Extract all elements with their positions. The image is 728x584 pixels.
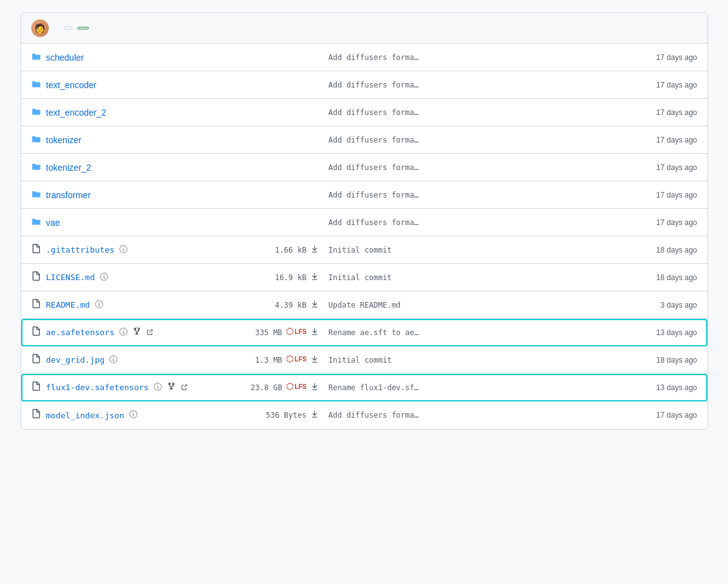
table-row: model_index.json 536 Bytes Add diffusers… <box>21 401 707 429</box>
commit-message-col[interactable]: Rename ae.sft to ae… <box>319 328 629 337</box>
branch-icon[interactable] <box>167 382 176 393</box>
table-row: transformerAdd diffusers forma…17 days a… <box>21 181 707 209</box>
file-name-link[interactable]: .gitattributes <box>46 245 115 254</box>
file-icon <box>31 299 41 311</box>
file-name-link[interactable]: flux1-dev.safetensors <box>46 383 149 392</box>
file-name-col: flux1-dev.safetensors <box>31 381 244 394</box>
commit-message-col[interactable]: Rename flux1-dev.sf… <box>319 383 629 392</box>
file-time: 17 days ago <box>629 411 697 420</box>
file-size-col: 1.66 kB <box>244 245 319 255</box>
file-icon <box>31 271 41 284</box>
file-size-col: 1.3 MB LFS <box>244 355 319 365</box>
file-time: 13 days ago <box>629 328 697 337</box>
folder-icon <box>31 189 41 201</box>
file-name-link[interactable]: tokenizer_2 <box>46 163 91 173</box>
download-icon[interactable] <box>311 300 319 310</box>
file-name-link[interactable]: scheduler <box>46 53 84 63</box>
file-name-col: scheduler <box>31 51 244 64</box>
table-row: tokenizerAdd diffusers forma…17 days ago <box>21 126 707 154</box>
table-row: vaeAdd diffusers forma…17 days ago <box>21 209 707 236</box>
lfs-badge: LFS <box>286 355 307 365</box>
file-name-link[interactable]: text_encoder_2 <box>46 108 107 118</box>
commit-header: 🧑 <box>21 13 707 44</box>
file-size-col: 4.39 kB <box>244 300 319 310</box>
table-row: README.md 4.39 kB Update README.md3 days… <box>21 291 707 319</box>
commit-message-col[interactable]: Initial commit <box>319 273 629 282</box>
file-name-link[interactable]: README.md <box>46 300 90 310</box>
file-size-col: 23.8 GB LFS <box>244 383 319 393</box>
file-name-col: tokenizer_2 <box>31 161 244 174</box>
file-name-col: README.md <box>31 299 244 311</box>
download-icon[interactable] <box>311 383 319 393</box>
table-row: flux1-dev.safetensors 23.8 GB LFS Rename… <box>21 374 707 401</box>
download-icon[interactable] <box>311 410 319 420</box>
file-name-link[interactable]: ae.safetensors <box>46 328 115 337</box>
file-name-col: text_encoder_2 <box>31 106 244 119</box>
file-name-col: LICENSE.md <box>31 271 244 284</box>
commit-message-col[interactable]: Add diffusers forma… <box>319 191 629 199</box>
file-name-col: model_index.json <box>31 409 244 421</box>
repo-file-browser: 🧑 schedulerAdd diffusers forma…17 days a… <box>21 13 708 430</box>
file-size: 536 Bytes <box>266 411 306 420</box>
commit-message-col[interactable]: Add diffusers forma… <box>319 218 629 227</box>
download-icon[interactable] <box>311 245 319 255</box>
commit-message-col[interactable]: Add diffusers forma… <box>319 163 629 172</box>
commit-hash[interactable] <box>64 26 72 30</box>
file-time: 17 days ago <box>629 218 697 227</box>
file-name-col: .gitattributes <box>31 244 244 256</box>
verified-badge <box>77 27 89 29</box>
file-size-col: 16.9 kB <box>244 273 319 283</box>
file-name-link[interactable]: vae <box>46 218 61 228</box>
file-time: 17 days ago <box>629 53 697 62</box>
file-name-link[interactable]: text_encoder <box>46 80 97 90</box>
branch-icon[interactable] <box>132 327 141 338</box>
file-time: 18 days ago <box>629 273 697 282</box>
folder-icon <box>31 51 41 64</box>
commit-message-col[interactable]: Add diffusers forma… <box>319 136 629 144</box>
lfs-badge: LFS <box>286 383 307 390</box>
commit-message-col[interactable]: Initial commit <box>319 246 629 254</box>
commit-message-col[interactable]: Add diffusers forma… <box>319 411 629 420</box>
file-size: 4.39 kB <box>275 301 307 310</box>
folder-icon <box>31 216 41 229</box>
lfs-badge: LFS <box>286 355 307 363</box>
file-info-icon <box>119 244 127 256</box>
download-icon[interactable] <box>311 328 319 338</box>
avatar: 🧑 <box>31 19 49 37</box>
external-link-icon[interactable] <box>181 382 187 393</box>
commit-message-col[interactable]: Add diffusers forma… <box>319 81 629 89</box>
file-time: 3 days ago <box>629 301 697 310</box>
file-icon <box>31 354 41 366</box>
file-info-icon <box>109 355 117 366</box>
file-name-link[interactable]: dev_grid.jpg <box>46 355 105 365</box>
file-size-col: 536 Bytes <box>244 410 319 420</box>
file-time: 18 days ago <box>629 356 697 365</box>
file-info-icon <box>154 382 162 393</box>
folder-icon <box>31 106 41 119</box>
download-icon[interactable] <box>311 355 319 365</box>
file-name-col: transformer <box>31 189 244 201</box>
file-name-link[interactable]: transformer <box>46 190 91 200</box>
commit-message-col[interactable]: Add diffusers forma… <box>319 108 629 117</box>
file-icon <box>31 244 41 256</box>
download-icon[interactable] <box>311 273 319 283</box>
file-icon <box>31 409 41 421</box>
commit-message-col[interactable]: Add diffusers forma… <box>319 53 629 62</box>
folder-icon <box>31 134 41 146</box>
commit-message-col[interactable]: Update README.md <box>319 301 629 310</box>
file-name-link[interactable]: LICENSE.md <box>46 273 95 282</box>
file-name-link[interactable]: tokenizer <box>46 135 82 145</box>
file-icon <box>31 326 41 339</box>
file-time: 18 days ago <box>629 246 697 254</box>
file-time: 17 days ago <box>629 191 697 199</box>
file-time: 17 days ago <box>629 108 697 117</box>
table-row: .gitattributes 1.66 kB Initial commit18 … <box>21 236 707 264</box>
file-name-link[interactable]: model_index.json <box>46 411 124 420</box>
table-row: schedulerAdd diffusers forma…17 days ago <box>21 44 707 71</box>
table-row: tokenizer_2Add diffusers forma…17 days a… <box>21 154 707 181</box>
folder-icon <box>31 79 41 91</box>
file-info-icon <box>100 272 108 283</box>
external-link-icon[interactable] <box>146 327 153 338</box>
file-time: 17 days ago <box>629 136 697 144</box>
commit-message-col[interactable]: Initial commit <box>319 356 629 365</box>
